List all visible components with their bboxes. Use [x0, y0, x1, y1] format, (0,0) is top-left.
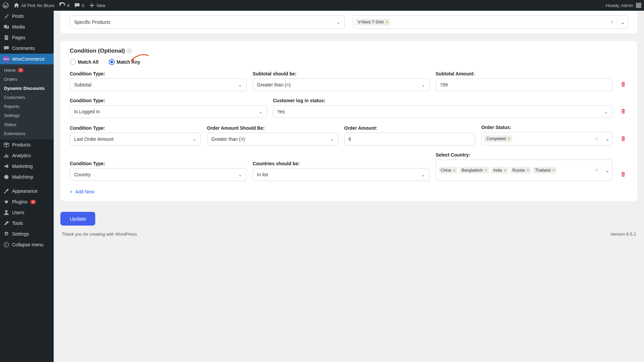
chevron-down-icon[interactable]: ⌄ [621, 19, 625, 25]
site-link[interactable]: All Pink No Blues [13, 2, 55, 8]
greeting-text[interactable]: Howdy, Admin [606, 3, 633, 8]
badge-plugins: 4 [30, 200, 36, 204]
products-type-select[interactable]: Specific Products ⌄ [70, 15, 345, 29]
radio-icon [70, 59, 76, 65]
chevron-down-icon: ⌄ [238, 82, 242, 87]
sidebar-item-collapse[interactable]: Collapse menu [0, 239, 54, 250]
sidebar-sub-extensions[interactable]: Extensions [0, 129, 54, 138]
tag-remove-icon[interactable]: × [527, 168, 529, 173]
tag-remove-icon[interactable]: × [386, 20, 388, 24]
sidebar-sub-home[interactable]: Home3 [0, 66, 54, 75]
tag-remove-icon[interactable]: × [552, 168, 555, 173]
login-status-select[interactable]: Yes⌄ [273, 105, 612, 118]
chevron-down-icon: ⌄ [336, 19, 340, 25]
sidebar-item-pages[interactable]: Pages [0, 32, 54, 43]
sidebar-item-comments[interactable]: Comments [0, 43, 54, 54]
sidebar-item-analytics[interactable]: Analytics [0, 150, 54, 161]
avatar[interactable] [636, 3, 641, 8]
order-status-input[interactable]: Completed× ×⌄ [481, 132, 612, 145]
sidebar-item-tools[interactable]: Tools [0, 218, 54, 229]
chevron-down-icon: ⌄ [238, 172, 242, 177]
sidebar-item-appearance[interactable]: Appearance [0, 186, 54, 196]
chevron-down-icon[interactable]: ⌄ [605, 136, 609, 142]
products-type-value: Specific Products [74, 19, 110, 25]
sidebar-sub-orders[interactable]: Orders [0, 75, 54, 84]
analytics-icon [3, 153, 9, 159]
sidebar-sub-customers[interactable]: Customers [0, 93, 54, 102]
chevron-down-icon: ⌄ [421, 82, 425, 87]
gear-icon [3, 231, 9, 237]
update-button[interactable]: Update [60, 212, 95, 226]
footer-version: Version 6.5.2 [610, 232, 636, 237]
add-new-button[interactable]: + Add New [70, 189, 94, 194]
trash-icon [620, 108, 626, 114]
products-icon [3, 142, 9, 148]
condition-type-select[interactable]: Subtotal⌄ [70, 78, 247, 91]
svg-point-3 [5, 233, 7, 235]
countries-operator-select[interactable]: In list⌄ [253, 168, 429, 181]
clear-all-icon[interactable]: × [610, 19, 613, 25]
sidebar-item-users[interactable]: Users [0, 207, 54, 218]
section-title: Condition (Optional) ? [70, 48, 628, 54]
condition-type-select[interactable]: Last Order Amount⌄ [70, 133, 201, 145]
sidebar-item-marketing[interactable]: Marketing [0, 161, 54, 172]
admin-bar: All Pink No Blues 4 0 New Howdy, Admin [0, 0, 644, 11]
chevron-down-icon: ⌄ [330, 136, 334, 142]
comments-link[interactable]: 0 [74, 2, 84, 8]
admin-sidebar: Posts Media Pages Comments WooWooCommerc… [0, 11, 54, 362]
delete-button[interactable] [619, 78, 628, 91]
footer: Thank you for creating with WordPress. V… [60, 226, 637, 240]
condition-type-select[interactable]: Country⌄ [70, 168, 247, 181]
status-tag: Completed× [484, 135, 512, 142]
order-amount-input[interactable] [344, 133, 475, 145]
label-condition-type: Condition Type: [70, 161, 247, 166]
footer-thanks: Thank you for creating with WordPress. [62, 232, 138, 237]
label-order-status: Order Status: [481, 125, 612, 130]
sidebar-item-media[interactable]: Media [0, 21, 54, 32]
products-tag-input[interactable]: V-Neck T-Shirt× × ⌄ [353, 15, 628, 29]
tag-remove-icon[interactable]: × [504, 168, 506, 173]
tag-remove-icon[interactable]: × [508, 136, 510, 141]
user-icon [3, 209, 9, 216]
country-tag-input[interactable]: China× Bangladesh× India× Russia× Thaila… [436, 160, 612, 181]
label-subtotal-amount: Subtotal Amount: [436, 71, 612, 76]
subtotal-amount-input[interactable] [436, 78, 612, 91]
order-amount-operator-select[interactable]: Greater than (>)⌄ [207, 133, 338, 145]
tag-remove-icon[interactable]: × [453, 168, 455, 173]
sidebar-item-mailchimp[interactable]: Mailchimp [0, 172, 54, 182]
sidebar-sub-status[interactable]: Status [0, 120, 54, 129]
radio-match-all[interactable]: Match All [70, 59, 99, 65]
sidebar-item-settings[interactable]: Settings [0, 229, 54, 239]
delete-button[interactable] [619, 132, 628, 145]
svg-point-1 [4, 175, 9, 179]
delete-button[interactable] [619, 168, 628, 181]
clear-all-icon[interactable]: × [595, 136, 598, 142]
plus-icon [89, 2, 95, 8]
new-link[interactable]: New [89, 2, 105, 8]
sidebar-sub-settings[interactable]: Settings [0, 111, 54, 120]
chevron-down-icon[interactable]: ⌄ [605, 167, 609, 174]
woocommerce-icon: Woo [3, 56, 9, 62]
condition-type-select[interactable]: Is Logged In⌄ [70, 105, 267, 118]
sidebar-item-plugins[interactable]: Plugins4 [0, 196, 54, 207]
sidebar-sub-dynamic-discounts[interactable]: Dynamic Discounts [0, 84, 54, 93]
brush-icon [3, 188, 9, 194]
trash-icon [620, 171, 626, 177]
media-icon [3, 24, 9, 30]
tag-remove-icon[interactable]: × [485, 168, 487, 173]
sidebar-item-products[interactable]: Products [0, 139, 54, 150]
subtotal-operator-select[interactable]: Greater than (>)⌄ [253, 78, 429, 91]
annotation-arrow-icon [125, 53, 152, 66]
help-icon[interactable]: ? [127, 49, 131, 53]
collapse-icon [3, 242, 9, 248]
delete-button[interactable] [619, 105, 628, 118]
wp-logo[interactable] [3, 2, 9, 8]
sidebar-sub-reports[interactable]: Reports [0, 102, 54, 111]
clear-all-icon[interactable]: × [595, 167, 598, 173]
home-icon [13, 2, 19, 8]
sidebar-item-woocommerce[interactable]: WooWooCommerce [0, 54, 54, 64]
trash-icon [620, 136, 626, 142]
sidebar-item-posts[interactable]: Posts [0, 11, 54, 21]
label-login-status: Customer log in status: [273, 98, 612, 103]
updates-link[interactable]: 4 [59, 2, 69, 8]
